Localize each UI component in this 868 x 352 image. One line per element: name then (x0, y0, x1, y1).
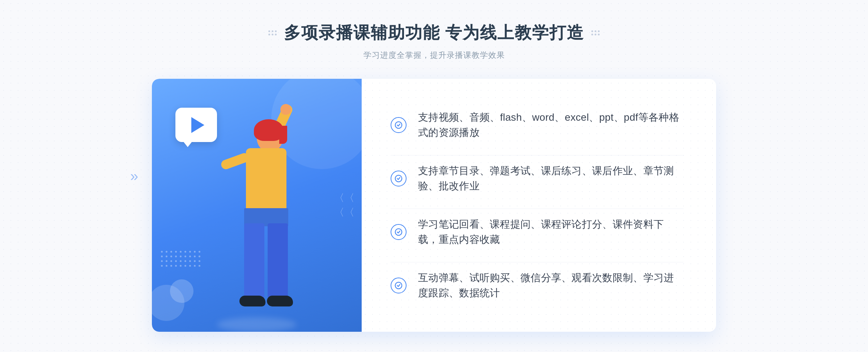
header-section: 多项录播课辅助功能 专为线上教学打造 学习进度全掌握，提升录播课教学效果 (268, 22, 600, 61)
dot (175, 265, 177, 267)
dot (194, 256, 196, 257)
dot (180, 265, 182, 267)
feature-text-4: 互动弹幕、试听购买、微信分享、观看次数限制、学习进度跟踪、数据统计 (418, 270, 684, 301)
right-decorative-dots (591, 30, 600, 35)
dot (166, 265, 167, 267)
dot (184, 256, 186, 257)
dot (175, 256, 177, 257)
dot (189, 256, 191, 257)
dot (275, 30, 277, 32)
person-right-shoe (267, 296, 293, 306)
person-right-leg (268, 223, 288, 299)
dot (194, 260, 196, 262)
dot (272, 30, 273, 32)
dot (591, 30, 593, 32)
dot-pattern (161, 251, 200, 267)
dot (166, 260, 167, 262)
dot (595, 34, 596, 35)
person-left-leg (244, 223, 264, 299)
svg-point-2 (395, 229, 402, 235)
dot (598, 30, 600, 32)
dot (275, 34, 277, 35)
person-hair-side (279, 126, 287, 144)
chevron-icon-1: 〈〈 (334, 191, 354, 205)
svg-point-1 (395, 175, 402, 182)
dot (272, 34, 273, 35)
feature-item-1: 支持视频、音频、flash、word、excel、ppt、pdf等各种格式的资源… (391, 102, 684, 148)
dot (166, 256, 167, 257)
dot (170, 260, 172, 262)
dot (161, 265, 163, 267)
dot (184, 251, 186, 253)
dot (170, 265, 172, 267)
dot (194, 251, 196, 253)
dot (180, 260, 182, 262)
dot (591, 34, 593, 35)
person-left-shoe (239, 296, 265, 306)
page-subtitle: 学习进度全掌握，提升录播课教学效果 (268, 50, 600, 61)
page-container: » 多项录播课辅助功能 专为线上教学打造 (0, 0, 868, 352)
check-icon-3 (391, 224, 407, 240)
dot (194, 265, 196, 267)
illustration-panel: 〈〈 〈〈 (152, 79, 362, 332)
illustration-chevrons: 〈〈 〈〈 (334, 191, 354, 219)
feature-text-3: 学习笔记回看、课程提问、课程评论打分、课件资料下载，重点内容收藏 (418, 217, 684, 247)
feature-item-2: 支持章节目录、弹题考试、课后练习、课后作业、章节测验、批改作业 (391, 155, 684, 202)
dot (180, 256, 182, 257)
title-row: 多项录播课辅助功能 专为线上教学打造 (268, 22, 600, 44)
svg-point-0 (395, 122, 402, 128)
dot (161, 260, 163, 262)
dot (268, 30, 270, 32)
dot (161, 256, 163, 257)
dot (170, 256, 172, 257)
check-icon-1 (391, 117, 407, 133)
dot (268, 34, 270, 35)
dot (595, 30, 596, 32)
feature-item-3: 学习笔记回看、课程提问、课程评论打分、课件资料下载，重点内容收藏 (391, 209, 684, 255)
check-icon-4 (391, 278, 407, 293)
feature-text-1: 支持视频、音频、flash、word、excel、ppt、pdf等各种格式的资源… (418, 110, 684, 140)
dot (189, 260, 191, 262)
svg-point-3 (395, 282, 402, 288)
deco-circle-bottom-small (170, 279, 193, 303)
dot (175, 251, 177, 253)
dot (166, 251, 167, 253)
floor-glow (217, 317, 297, 332)
left-nav-chevron[interactable]: » (130, 168, 138, 184)
person-illustration (199, 119, 315, 332)
feature-item-4: 互动弹幕、试听购买、微信分享、观看次数限制、学习进度跟踪、数据统计 (391, 262, 684, 309)
dot (161, 251, 163, 253)
dot (175, 260, 177, 262)
dot (189, 265, 191, 267)
dot (170, 251, 172, 253)
check-icon-2 (391, 171, 407, 186)
dot (598, 34, 600, 35)
person-torso (246, 148, 286, 211)
left-decorative-dots (268, 30, 277, 35)
feature-text-2: 支持章节目录、弹题考试、课后练习、课后作业、章节测验、批改作业 (418, 163, 684, 194)
dot (184, 265, 186, 267)
main-card: 〈〈 〈〈 支持视频、音频、flash、word、excel、ppt、pdf等各… (152, 79, 716, 332)
dot (189, 251, 191, 253)
chevron-icon-2: 〈〈 (334, 206, 354, 219)
dot (180, 251, 182, 253)
page-title: 多项录播课辅助功能 专为线上教学打造 (284, 22, 584, 44)
content-panel: 支持视频、音频、flash、word、excel、ppt、pdf等各种格式的资源… (362, 79, 716, 332)
dot (184, 260, 186, 262)
